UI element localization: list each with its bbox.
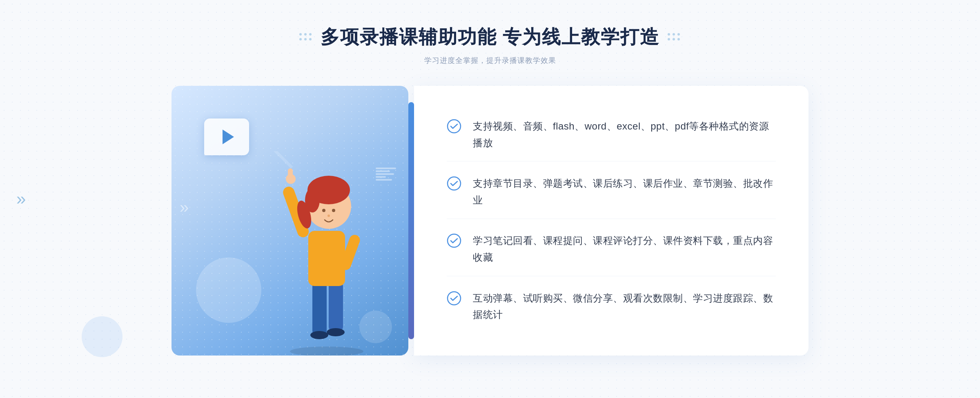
page-title: 多项录播课辅助功能 专为线上教学打造 [321,25,660,50]
left-chevron-decoration: » [16,189,26,209]
blue-divider-bar [408,102,414,339]
feature-item-1: 支持视频、音频、flash、word、excel、ppt、pdf等各种格式的资源… [447,108,776,162]
feature-text-2: 支持章节目录、弹题考试、课后练习、课后作业、章节测验、批改作业 [473,175,776,209]
feature-item-2: 支持章节目录、弹题考试、课后练习、课后作业、章节测验、批改作业 [447,165,776,219]
feature-text-1: 支持视频、音频、flash、word、excel、ppt、pdf等各种格式的资源… [473,118,776,152]
feature-item-3: 学习笔记回看、课程提问、课程评论打分、课件资料下载，重点内容收藏 [447,223,776,276]
check-icon-3 [447,233,461,248]
svg-rect-2 [329,282,343,331]
feature-text-4: 互动弹幕、试听购买、微信分享、观看次数限制、学习进度跟踪、数据统计 [473,290,776,324]
title-row: 多项录播课辅助功能 专为线上教学打造 [299,25,681,50]
play-bubble [204,119,249,155]
svg-point-12 [322,209,325,212]
header-section: 多项录播课辅助功能 专为线上教学打造 学习进度全掌握，提升录播课教学效果 [299,25,681,65]
features-panel: 支持视频、音频、flash、word、excel、ppt、pdf等各种格式的资源… [414,86,808,356]
svg-point-14 [327,215,330,217]
feature-text-3: 学习笔记回看、课程提问、课程评论打分、课件资料下载，重点内容收藏 [473,233,776,266]
person-illustration [265,151,388,356]
page-container: » 多项录播课辅助功能 专为线上教学打造 学习进度全掌握，提升录播课教学效果 [0,0,980,398]
svg-point-20 [448,292,461,305]
card-chevrons-decoration: » [180,199,189,215]
svg-point-3 [310,331,328,339]
svg-point-18 [448,177,461,190]
svg-point-13 [332,209,335,212]
right-dot-decoration [668,33,681,41]
play-triangle-icon [223,130,234,144]
svg-point-19 [448,234,461,247]
svg-rect-1 [312,282,327,335]
svg-point-17 [448,120,461,133]
left-dot-decoration [299,33,312,41]
decorative-circle-large [196,257,261,323]
svg-point-4 [327,328,345,336]
check-icon-1 [447,119,461,134]
svg-rect-5 [308,231,345,286]
check-icon-2 [447,176,461,191]
svg-point-0 [290,347,363,356]
check-icon-4 [447,291,461,306]
feature-item-4: 互动弹幕、试听购买、微信分享、观看次数限制、学习进度跟踪、数据统计 [447,280,776,333]
bottom-left-decoration [82,316,122,357]
illustration-card: » [172,86,408,356]
page-subtitle: 学习进度全掌握，提升录播课教学效果 [299,56,681,65]
svg-rect-16 [288,168,293,181]
content-section: » 支持视频、音频、flash、word、excel、ppt、pdf等各种格式的… [172,86,808,356]
